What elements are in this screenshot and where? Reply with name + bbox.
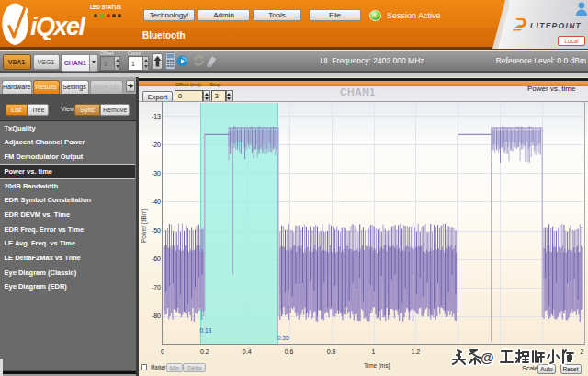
- svg-text:@: @: [481, 349, 494, 365]
